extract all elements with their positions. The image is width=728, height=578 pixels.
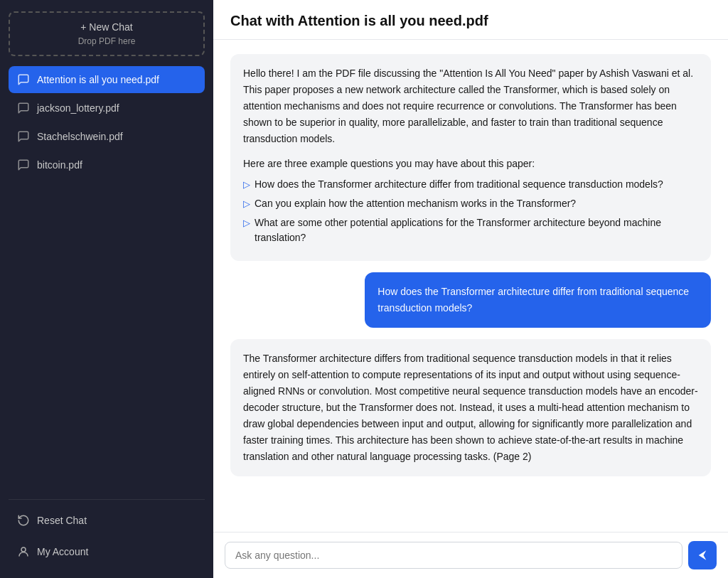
chat-item-label: Stachelschwein.pdf (37, 131, 123, 142)
chat-messages: Hello there! I am the PDF file discussin… (213, 40, 728, 532)
svg-point-0 (21, 547, 26, 552)
assistant-followup-text: Here are three example questions you may… (243, 156, 698, 172)
chat-list: Attention is all you need.pdfjackson_lot… (9, 66, 205, 495)
question-text: What are some other potential applicatio… (255, 215, 698, 245)
chat-bubble-icon (17, 159, 30, 171)
my-account-button[interactable]: My Account (9, 537, 205, 567)
sidebar-bottom: Reset Chat My Account (9, 499, 205, 567)
chat-title: Chat with Attention is all you need.pdf (230, 13, 711, 29)
suggested-question-item[interactable]: ▷How does the Transformer architecture d… (243, 177, 698, 192)
assistant-intro-text: Hello there! I am the PDF file discussin… (243, 65, 698, 147)
reset-chat-button[interactable]: Reset Chat (9, 505, 205, 535)
chat-item-jackson[interactable]: jackson_lottery.pdf (9, 95, 205, 122)
arrow-icon: ▷ (243, 197, 250, 211)
message-user-1: How does the Transformer architecture di… (365, 272, 711, 328)
send-icon (696, 549, 709, 562)
suggested-question-item[interactable]: ▷What are some other potential applicati… (243, 215, 698, 245)
chat-item-label: bitcoin.pdf (37, 159, 82, 171)
arrow-icon: ▷ (243, 178, 250, 192)
chat-bubble-icon (17, 73, 30, 86)
my-account-label: My Account (37, 546, 88, 557)
arrow-icon: ▷ (243, 216, 250, 230)
chat-bubble-icon (17, 130, 30, 143)
question-text: How does the Transformer architecture di… (255, 177, 663, 192)
user-message-text: How does the Transformer architecture di… (378, 284, 698, 316)
assistant-answer-text: The Transformer architecture differs fro… (243, 350, 698, 466)
main-content: Chat with Attention is all you need.pdf … (213, 0, 728, 578)
suggested-questions-list: ▷How does the Transformer architecture d… (243, 177, 698, 245)
chat-header: Chat with Attention is all you need.pdf (213, 0, 728, 40)
question-text: Can you explain how the attention mechan… (255, 196, 576, 211)
drop-pdf-label: Drop PDF here (21, 35, 192, 48)
reset-chat-label: Reset Chat (37, 515, 87, 526)
message-assistant-answer: The Transformer architecture differs fro… (230, 339, 711, 477)
new-chat-button[interactable]: + New Chat Drop PDF here (9, 11, 205, 56)
chat-item-label: jackson_lottery.pdf (37, 102, 119, 114)
chat-input[interactable] (225, 542, 682, 569)
message-assistant-intro: Hello there! I am the PDF file discussin… (230, 54, 711, 261)
chat-item-stachel[interactable]: Stachelschwein.pdf (9, 123, 205, 150)
chat-input-area (213, 532, 728, 578)
new-chat-label: + New Chat (80, 21, 133, 33)
suggested-question-item[interactable]: ▷Can you explain how the attention mecha… (243, 196, 698, 211)
chat-bubble-icon (17, 102, 30, 114)
send-button[interactable] (688, 541, 717, 569)
reset-icon (17, 514, 30, 527)
chat-item-attention[interactable]: Attention is all you need.pdf (9, 66, 205, 93)
chat-item-label: Attention is all you need.pdf (37, 74, 159, 85)
account-icon (17, 545, 30, 558)
chat-item-bitcoin[interactable]: bitcoin.pdf (9, 151, 205, 178)
sidebar: + New Chat Drop PDF here Attention is al… (0, 0, 213, 578)
